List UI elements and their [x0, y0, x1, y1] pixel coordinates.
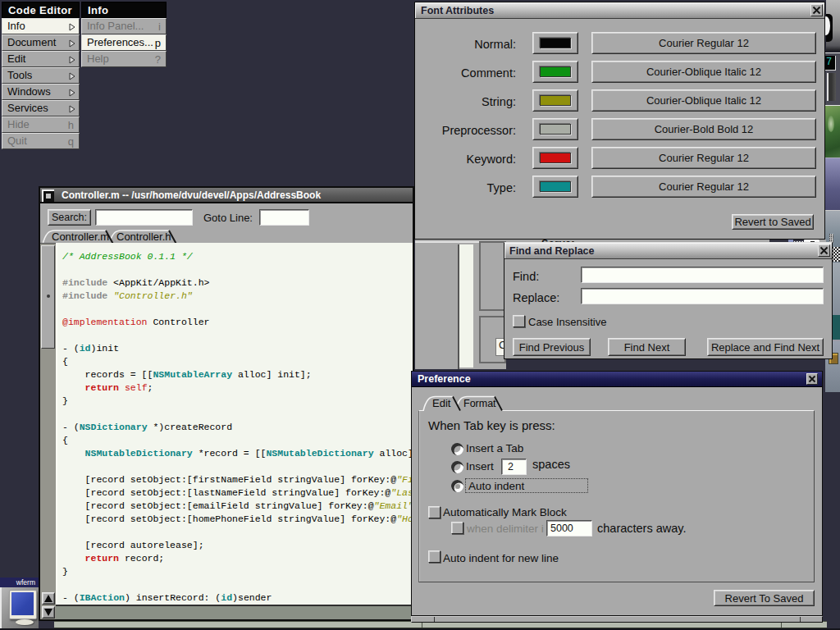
svg-text:Controller.m: Controller.m [52, 231, 109, 243]
svg-text:Controller.h: Controller.h [116, 231, 171, 243]
svg-text:Edit: Edit [432, 397, 451, 409]
svg-text:Format: Format [463, 398, 496, 409]
